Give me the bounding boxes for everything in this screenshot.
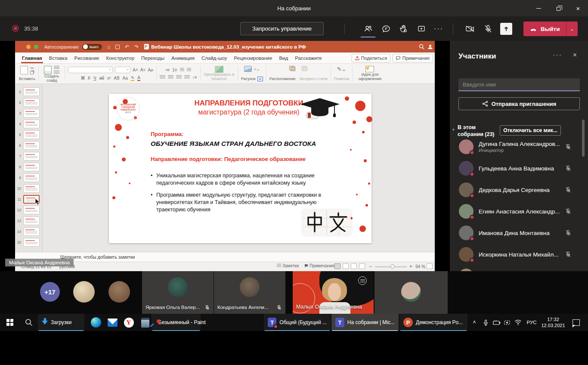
shrink-font-button[interactable]: A˅ <box>140 68 146 72</box>
action-center-icon[interactable] <box>567 314 585 331</box>
slideshow-button[interactable] <box>359 263 365 269</box>
strikethrough-button[interactable]: аб <box>99 76 104 80</box>
taskbar-paint-button[interactable]: Безымянный - Paint <box>152 314 201 331</box>
zoom-out-button[interactable]: − <box>369 263 372 269</box>
paste-icon[interactable] <box>20 66 28 74</box>
fit-to-window-button[interactable] <box>427 263 433 269</box>
minimize-button[interactable] <box>529 0 548 16</box>
slide-thumbnail[interactable]: 1 <box>15 86 42 97</box>
taskbar-mail-icon[interactable] <box>105 314 120 331</box>
redo-icon[interactable]: ↷ <box>134 44 139 50</box>
slide-thumbnail[interactable]: 15 <box>15 237 42 247</box>
cut-icon[interactable]: ✂ <box>30 66 34 71</box>
leave-button[interactable]: Выйти <box>523 22 566 36</box>
slide-thumbnail[interactable]: 9 <box>15 172 42 183</box>
reading-view-button[interactable] <box>351 263 357 269</box>
mute-all-button[interactable]: Отключить все мик... <box>500 125 561 136</box>
annotate-icon[interactable]: ✎⌄ <box>337 66 347 72</box>
font-color-button[interactable]: А <box>137 75 140 81</box>
slide-thumbnail[interactable]: 5 <box>15 129 42 140</box>
video-tile-speaking[interactable]: Малых Оксана Андреевна <box>293 271 374 314</box>
chat-icon[interactable] <box>381 23 392 34</box>
italic-button[interactable]: К <box>88 76 90 80</box>
zoom-in-button[interactable]: + <box>409 263 412 269</box>
panel-close-icon[interactable]: × <box>573 51 577 59</box>
participant-row[interactable]: Искоркина Наталья Михайл... <box>450 244 588 265</box>
picture-icon[interactable] <box>244 66 252 72</box>
mac-close-button[interactable] <box>19 45 23 49</box>
ribbon-tab[interactable]: Конструктор <box>102 53 138 63</box>
ribbon-tab[interactable]: Анимация <box>168 53 198 63</box>
mic-muted-icon[interactable] <box>565 186 572 193</box>
avatar[interactable] <box>108 281 130 303</box>
layout-icon[interactable] <box>54 66 59 70</box>
autosave-toggle[interactable]: выкл. <box>82 44 102 50</box>
mac-zoom-button[interactable] <box>34 45 38 49</box>
tray-language-indicator[interactable]: РУС <box>523 314 540 331</box>
copy-icon[interactable] <box>30 71 34 74</box>
arrange-icon[interactable] <box>289 66 295 71</box>
zoom-level[interactable]: 94 % <box>415 264 425 269</box>
ppt-comments-button[interactable]: Примечания <box>393 54 433 62</box>
share-screen-icon[interactable] <box>416 23 427 34</box>
section-collapse-chevron[interactable]: ▾ <box>452 127 455 132</box>
close-button[interactable]: × <box>568 0 588 16</box>
camera-off-icon[interactable] <box>464 23 476 34</box>
tray-wifi-icon[interactable] <box>512 314 523 331</box>
panel-more-icon[interactable]: ··· <box>553 51 562 59</box>
tray-battery-icon[interactable] <box>492 314 502 331</box>
taskbar-yandex-icon[interactable]: Y <box>121 314 136 331</box>
superscript-button[interactable]: х² <box>107 76 111 80</box>
taskbar-edge-icon[interactable] <box>88 314 104 331</box>
notes-toggle[interactable]: Заметки <box>277 263 299 268</box>
tray-expand-chevron[interactable]: ˄ <box>469 314 480 331</box>
slide-thumbnail[interactable]: 14 <box>15 226 42 237</box>
font-size-select[interactable] <box>115 67 130 73</box>
mic-muted-icon[interactable] <box>565 229 572 236</box>
slide-thumbnail[interactable]: 4 <box>15 118 42 129</box>
panel-scrollbar[interactable] <box>582 120 585 157</box>
ribbon-tab[interactable]: Главная <box>19 53 46 63</box>
numbering-button[interactable]: 1≡ <box>172 68 177 72</box>
slide-thumbnail[interactable]: 10 <box>15 183 42 194</box>
participants-icon[interactable] <box>362 23 374 34</box>
bold-button[interactable]: Ж <box>81 76 85 80</box>
overflow-participants-badge[interactable]: +17 <box>40 282 60 302</box>
grow-font-button[interactable]: A˄ <box>133 68 138 72</box>
slide-thumbnail[interactable]: 2 <box>15 97 42 108</box>
mic-muted-icon[interactable] <box>565 165 572 172</box>
font-name-select[interactable] <box>68 67 113 73</box>
tray-clock[interactable]: 17:32 12.03.2021 <box>540 314 566 331</box>
slide-thumbnail[interactable]: 3 <box>15 108 42 118</box>
align-center-button[interactable] <box>168 75 173 79</box>
quick-styles-icon[interactable] <box>301 66 307 71</box>
request-control-button[interactable]: Запросить управление <box>240 22 324 35</box>
restore-button[interactable] <box>548 0 568 16</box>
slide-thumbnail[interactable]: 13 <box>15 215 42 226</box>
ppt-share-button[interactable]: Поделиться <box>352 54 391 62</box>
mic-muted-icon[interactable] <box>565 251 572 258</box>
textbox-icon[interactable]: А <box>257 77 263 81</box>
bullets-button[interactable]: •≡ <box>166 68 170 72</box>
participant-row[interactable]: Гульдеева Анна Вадимовна <box>450 158 588 179</box>
ppt-account-icon[interactable] <box>427 44 433 49</box>
participant-row[interactable]: Дугина Галина Александров... Инициатор <box>450 136 588 158</box>
more-options-icon[interactable]: ··· <box>433 23 444 34</box>
zoom-slider-knob[interactable] <box>390 264 395 269</box>
ppt-search-icon[interactable] <box>419 44 424 49</box>
taskbar-search-icon[interactable] <box>20 314 38 331</box>
slide-sorter-view-button[interactable] <box>343 263 349 269</box>
stop-presenting-icon[interactable] <box>500 23 512 35</box>
participant-row[interactable]: Иманова Дина Монтаевна <box>450 222 588 244</box>
mic-off-icon[interactable] <box>483 23 494 34</box>
underline-button[interactable]: Ч <box>93 76 96 80</box>
normal-view-button[interactable] <box>334 263 340 269</box>
mic-muted-icon[interactable] <box>565 143 572 150</box>
indent-increase-button[interactable] <box>187 68 191 72</box>
notes-pane[interactable]: Щелкните, чтобы добавить заметки <box>15 252 435 262</box>
slide-thumbnail[interactable]: 7 <box>15 151 42 161</box>
new-slide-icon[interactable] <box>44 66 52 74</box>
slide-thumbnail[interactable]: 8 <box>15 161 42 172</box>
ribbon-tab[interactable]: Слайд-шоу <box>198 53 231 63</box>
tray-mic-icon[interactable] <box>480 314 491 331</box>
